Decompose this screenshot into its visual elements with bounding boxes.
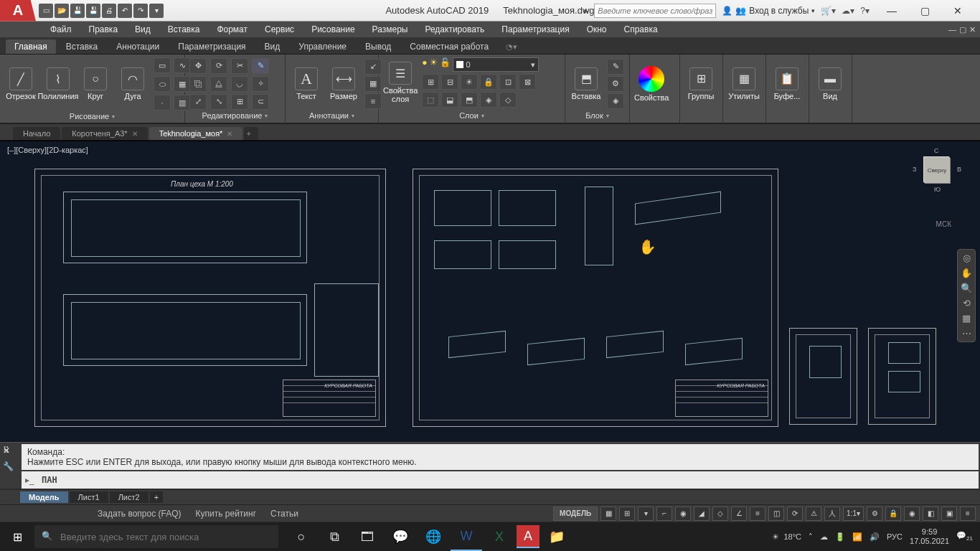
menu-dimension[interactable]: Размеры bbox=[365, 22, 415, 37]
layer-tool6-icon[interactable]: ⊠ bbox=[519, 74, 536, 90]
file-tab-2[interactable]: Tekhnologia_моя*✕ bbox=[149, 127, 243, 140]
mirror-icon[interactable]: ⧋ bbox=[210, 76, 227, 92]
wcs-label[interactable]: МСК bbox=[936, 220, 951, 228]
layout-tab-2[interactable]: Лист2 bbox=[110, 491, 149, 503]
file-tab-2-close-icon[interactable]: ✕ bbox=[227, 130, 232, 138]
maximize-button[interactable]: ▢ bbox=[908, 0, 941, 22]
layer-combo[interactable]: 0▾ bbox=[453, 57, 539, 72]
file-tab-1-close-icon[interactable]: ✕ bbox=[132, 130, 138, 138]
nav-showmotion-icon[interactable]: ▦ bbox=[962, 313, 971, 324]
status-scale[interactable]: 1:1▾ bbox=[843, 507, 864, 521]
qat-more-icon[interactable]: ▾ bbox=[149, 4, 164, 18]
exchange-icon[interactable]: 🛒▾ bbox=[821, 6, 836, 16]
menu-tools[interactable]: Сервис bbox=[258, 22, 301, 37]
nav-more-icon[interactable]: ⋯ bbox=[962, 328, 971, 339]
point-icon[interactable]: · bbox=[154, 95, 171, 110]
stretch-icon[interactable]: ⤢ bbox=[189, 94, 207, 110]
ribbon-tab-parametric[interactable]: Параметризация bbox=[169, 39, 254, 54]
ribbon-tab-insert[interactable]: Вставка bbox=[57, 39, 107, 54]
rotate-icon[interactable]: ⟳ bbox=[210, 58, 227, 74]
status-isolate-icon[interactable]: ◧ bbox=[923, 507, 938, 521]
status-lwt-icon[interactable]: ≡ bbox=[750, 507, 765, 521]
tray-onedrive-icon[interactable]: ☁ bbox=[820, 532, 828, 542]
status-lock-icon[interactable]: 🔒 bbox=[885, 507, 901, 521]
task-explorer-icon[interactable]: 🗔 bbox=[352, 522, 383, 551]
tray-lang[interactable]: РУС bbox=[887, 532, 903, 541]
ribbon-tab-collab[interactable]: Совместная работа bbox=[401, 39, 497, 54]
layout-tab-add[interactable]: + bbox=[150, 491, 163, 503]
start-button[interactable]: ⊞ bbox=[0, 522, 34, 551]
tray-chevron-icon[interactable]: ˄ bbox=[809, 532, 813, 542]
status-gear-icon[interactable]: ⚙ bbox=[867, 507, 882, 521]
status-cycle-icon[interactable]: ⟳ bbox=[787, 507, 803, 521]
app-logo[interactable]: A bbox=[0, 0, 36, 22]
cmd-grip-icon[interactable]: ⠿ bbox=[3, 446, 9, 456]
array-icon[interactable]: ⊞ bbox=[231, 94, 248, 110]
text-button[interactable]: AТекст bbox=[290, 67, 323, 100]
cube-face[interactable]: Сверху bbox=[924, 157, 950, 183]
nav-wheel-icon[interactable]: ◎ bbox=[963, 253, 971, 263]
ribbon-tab-output[interactable]: Вывод bbox=[357, 39, 400, 54]
panel-modify-label[interactable]: Редактирование bbox=[189, 110, 281, 121]
menu-help[interactable]: Справка bbox=[617, 22, 665, 37]
menu-window[interactable]: Окно bbox=[580, 22, 614, 37]
panel-block-label[interactable]: Блок bbox=[570, 110, 625, 121]
view-button[interactable]: ▬Вид bbox=[814, 67, 847, 100]
status-annomon-icon[interactable]: ⚠ bbox=[806, 507, 821, 521]
tray-battery-icon[interactable]: 🔋 bbox=[835, 532, 845, 542]
status-model[interactable]: МОДЕЛЬ bbox=[553, 507, 598, 521]
layer-tool2-icon[interactable]: ⊟ bbox=[441, 74, 458, 90]
layout-tab-model[interactable]: Модель bbox=[20, 491, 68, 503]
cube-north[interactable]: С bbox=[934, 147, 939, 154]
properties-button[interactable]: Свойства bbox=[634, 66, 669, 102]
utilities-button[interactable]: ▦Утилиты bbox=[727, 67, 760, 100]
taskbar-search[interactable] bbox=[34, 525, 278, 548]
mdi-minimize[interactable]: — bbox=[948, 25, 956, 34]
view-cube[interactable]: С Ю В З Сверху bbox=[915, 149, 958, 192]
menu-insert[interactable]: Вставка bbox=[161, 22, 207, 37]
task-cortana-icon[interactable]: ○ bbox=[286, 522, 317, 551]
status-otrack-icon[interactable]: ∠ bbox=[731, 507, 747, 521]
ribbon-tab-annotate[interactable]: Аннотации bbox=[108, 39, 168, 54]
viewport[interactable]: [–][Сверху][2D-каркас] План цеха М 1:200… bbox=[0, 141, 980, 442]
layout-tab-1[interactable]: Лист1 bbox=[70, 491, 108, 503]
status-link-faq[interactable]: Задать вопрос (FAQ) bbox=[98, 509, 182, 519]
layer-tool3-icon[interactable]: ☀ bbox=[461, 74, 478, 90]
task-excel-icon[interactable]: X bbox=[484, 522, 515, 551]
menu-modify[interactable]: Редактировать bbox=[418, 22, 491, 37]
offset-icon[interactable]: ⊂ bbox=[252, 94, 269, 110]
erase-icon[interactable]: ✎ bbox=[252, 58, 269, 74]
cube-east[interactable]: В bbox=[957, 166, 961, 173]
ribbon-tab-manage[interactable]: Управление bbox=[290, 39, 355, 54]
status-custom-icon[interactable]: ≡ bbox=[960, 507, 976, 521]
layer-tool10-icon[interactable]: ◈ bbox=[480, 92, 497, 108]
polyline-button[interactable]: ⌇Полилиния bbox=[42, 67, 75, 100]
a360-icon[interactable]: ☁▾ bbox=[842, 6, 854, 16]
nav-orbit-icon[interactable]: ⟲ bbox=[963, 298, 971, 309]
help-icon[interactable]: ?▾ bbox=[860, 6, 870, 16]
ribbon-tab-view[interactable]: Вид bbox=[256, 39, 289, 54]
nav-pan-icon[interactable]: ✋ bbox=[961, 268, 972, 278]
menu-parametric[interactable]: Параметризация bbox=[494, 22, 576, 37]
scale-icon[interactable]: ⤡ bbox=[210, 94, 227, 110]
mdi-restore[interactable]: ▢ bbox=[959, 25, 966, 34]
file-tab-start[interactable]: Начало bbox=[13, 127, 60, 140]
panel-draw-label[interactable]: Рисование bbox=[4, 110, 180, 122]
mdi-close[interactable]: ✕ bbox=[969, 25, 976, 34]
layer-tool9-icon[interactable]: ⬒ bbox=[461, 92, 478, 108]
menu-draw[interactable]: Рисование bbox=[304, 22, 362, 37]
qat-redo-icon[interactable]: ↷ bbox=[133, 4, 148, 18]
status-osnap-icon[interactable]: ◇ bbox=[712, 507, 728, 521]
task-chrome-icon[interactable]: 🌐 bbox=[418, 522, 449, 551]
menu-edit[interactable]: Правка bbox=[82, 22, 126, 37]
nav-zoom-icon[interactable]: 🔍 bbox=[961, 283, 972, 293]
clipboard-button[interactable]: 📋Буфе... bbox=[771, 67, 804, 100]
status-hw-icon[interactable]: ◉ bbox=[904, 507, 920, 521]
status-infer-icon[interactable]: ▾ bbox=[638, 507, 654, 521]
qat-new-icon[interactable]: ▭ bbox=[39, 4, 53, 18]
status-transp-icon[interactable]: ◫ bbox=[768, 507, 784, 521]
task-folder-icon[interactable]: 📁 bbox=[541, 522, 573, 551]
block-create-icon[interactable]: ✎ bbox=[607, 59, 624, 75]
panel-layers-label[interactable]: Слои bbox=[383, 110, 560, 121]
tray-wifi-icon[interactable]: 📶 bbox=[852, 532, 862, 542]
